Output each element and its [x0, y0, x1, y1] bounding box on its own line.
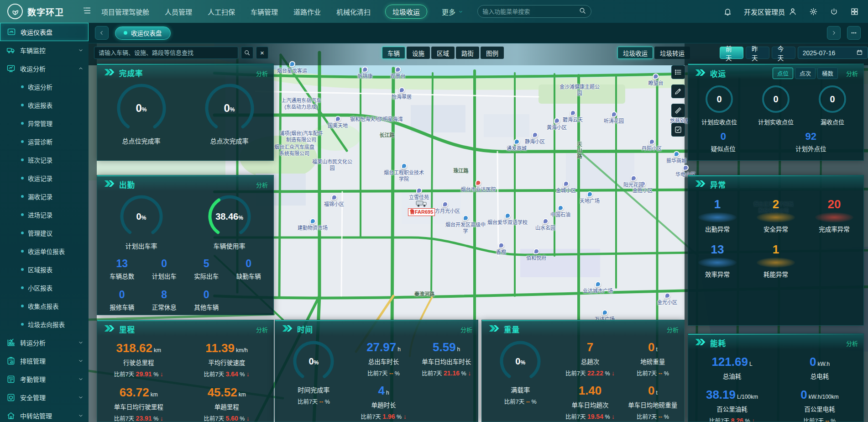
metric-总电耗: 0kW.h总电耗 [776, 355, 863, 380]
nav-item-项目管理驾驶舱[interactable]: 项目管理驾驶舱 [100, 5, 150, 18]
map-mode-button-垃圾转运[interactable]: 垃圾转运 [654, 47, 690, 59]
nav-item-车辆管理[interactable]: 车辆管理 [250, 5, 279, 18]
metric-value: 45.52 [208, 385, 237, 400]
close-icon: × [260, 49, 264, 57]
map-tool-checkbox-icon[interactable] [671, 123, 685, 137]
map-tool-pencil-icon[interactable] [671, 84, 685, 98]
sidebar-subitem-异常管理[interactable]: 异常管理 [0, 114, 89, 132]
extra-疑似点位: 0疑似点位 [688, 131, 758, 153]
chevron-down-icon [78, 47, 84, 53]
map-layer-button-路街[interactable]: 路街 [456, 47, 479, 59]
date-button-昨天[interactable]: 昨天 [746, 47, 769, 59]
analysis-link[interactable]: 分析 [460, 325, 472, 334]
analysis-link[interactable]: 分析 [846, 69, 858, 78]
sidebar-subitem-管理建议[interactable]: 管理建议 [0, 224, 89, 242]
tab-active[interactable]: 收运仪表盘 [115, 26, 171, 40]
header-search[interactable] [477, 5, 591, 18]
apps-grid-icon[interactable] [850, 7, 859, 16]
collection-tab-点位[interactable]: 点位 [773, 68, 793, 79]
tab-more-button[interactable] [847, 26, 861, 40]
metric-label: 单趟里程 [214, 402, 239, 411]
sidebar-item-考勤管理[interactable]: 考勤管理 [0, 370, 89, 388]
stat-label: 计划出车 [152, 271, 177, 280]
tab-forward-button[interactable] [827, 26, 841, 40]
date-button-今天[interactable]: 今天 [772, 47, 795, 59]
trend-down-arrow-icon: ↓ [468, 369, 471, 377]
gear-icon[interactable] [809, 7, 818, 16]
vehicle-marker[interactable]: 鲁FAR695 [408, 199, 435, 216]
analysis-link[interactable]: 分析 [256, 180, 268, 189]
menu-icon[interactable] [82, 5, 92, 17]
sidebar-subitem-收集点报表[interactable]: 收集点报表 [0, 297, 89, 315]
sidebar-subitem-进场记录[interactable]: 进场记录 [0, 206, 89, 224]
sidebar-subitem-收运报表[interactable]: 收运报表 [0, 96, 89, 114]
sidebar-item-转运分析[interactable]: 转运分析 [0, 333, 89, 352]
nav-item-人员管理[interactable]: 人员管理 [164, 5, 193, 18]
nav-item-道路作业[interactable]: 道路作业 [293, 5, 322, 18]
sidebar-item-收运分析[interactable]: 收运分析 [0, 59, 89, 78]
map-tool-layers-icon[interactable] [671, 65, 685, 79]
bell-icon[interactable] [723, 7, 732, 16]
analysis-link[interactable]: 分析 [846, 339, 858, 348]
map-layer-button-区域[interactable]: 区域 [431, 47, 455, 59]
header-search-input[interactable] [482, 8, 579, 15]
nav-item-更多[interactable]: 更多 [441, 5, 465, 18]
sidebar-subitem-区域报表[interactable]: 区域报表 [0, 260, 89, 279]
metric-总出车时长: 27.97h总出车时长比前7天 -- % [352, 340, 415, 377]
metric-value: 11.39 [205, 341, 235, 355]
tab-bar: 收运仪表盘 [89, 23, 868, 43]
sidebar-subitem-漏收记录[interactable]: 漏收记录 [0, 187, 89, 206]
header-search-icon[interactable] [579, 7, 586, 16]
sidebar-subitem-运营诊断[interactable]: 运营诊断 [0, 132, 89, 151]
metric-unit: km [151, 391, 158, 398]
panel-weight: 重量 分析 0%满载率比前7天 -- %7总趟次比前7天 22.22 % ↓0t… [481, 320, 685, 422]
metric-label: 单车日均出车时长 [422, 357, 471, 366]
gauge-label: 时间完成率 [298, 385, 329, 394]
collection-tab-点次[interactable]: 点次 [795, 68, 816, 79]
metric-unit: km [239, 391, 246, 398]
date-button-前天[interactable]: 前天 [720, 47, 743, 59]
nav-item-机械化清扫[interactable]: 机械化清扫 [335, 5, 371, 18]
stat-正常休息: 8正常休息 [143, 289, 186, 311]
sidebar-item-中转站管理[interactable]: 中转站管理 [0, 406, 89, 422]
analysis-link[interactable]: 分析 [256, 69, 268, 78]
sidebar-item-排班管理[interactable]: 排班管理 [0, 352, 89, 370]
analysis-link[interactable]: 分析 [667, 325, 679, 334]
map-layer-button-设施[interactable]: 设施 [407, 47, 430, 59]
nav-item-人工扫保[interactable]: 人工扫保 [207, 5, 236, 18]
analysis-link[interactable]: 分析 [256, 325, 268, 334]
trend-down-arrow-icon: ↓ [246, 370, 250, 378]
map[interactable]: 烟台星龙客运帆锦康观景台瞭望台怡海翠居金沙滩健康主题公园碧海云天听涛花园悠慈别墅… [89, 43, 868, 422]
abnormal-value: 20 [828, 197, 841, 211]
metric-trend: 比前7天 22.22 % ↓ [565, 369, 615, 377]
sidebar-subitem-班次记录[interactable]: 班次记录 [0, 151, 89, 169]
sidebar-subitem-小区报表[interactable]: 小区报表 [0, 279, 89, 297]
sidebar-subitem-收运记录[interactable]: 收运记录 [0, 169, 89, 187]
tab-dot-icon [124, 31, 127, 35]
metric-label: 总趟次 [581, 357, 600, 366]
sidebar-item-车辆监控[interactable]: 车辆监控 [0, 41, 89, 59]
sidebar-subitem-收运分析[interactable]: 收运分析 [0, 78, 89, 96]
sidebar-subitem-垃圾去向报表[interactable]: 垃圾去向报表 [0, 315, 89, 333]
sidebar-subitem-收运单位报表[interactable]: 收运单位报表 [0, 242, 89, 260]
map-tool-ruler-icon[interactable] [671, 104, 685, 117]
double-chevron-icon [104, 69, 115, 76]
collection-tab-桶数[interactable]: 桶数 [817, 68, 838, 79]
power-icon[interactable] [830, 7, 838, 16]
sidebar-item-收运仪表盘[interactable]: 收运仪表盘 [0, 23, 89, 41]
metric-value: 4 [378, 384, 384, 398]
date-picker[interactable]: 2025-07-16 [798, 47, 868, 59]
tab-back-button[interactable] [95, 26, 109, 40]
map-mode-button-垃圾收运[interactable]: 垃圾收运 [617, 47, 653, 59]
user-menu[interactable]: 开发区管理员 [744, 7, 797, 16]
map-search-button[interactable] [241, 47, 253, 59]
panel-chevron-icon [104, 69, 115, 78]
nav-item-垃圾收运[interactable]: 垃圾收运 [385, 5, 427, 19]
map-layer-button-车辆[interactable]: 车辆 [382, 47, 405, 59]
map-search-input[interactable] [94, 47, 238, 59]
map-search-clear-button[interactable]: × [256, 47, 268, 59]
metric-trend: 比前7天 8.26 % ↓ [709, 416, 755, 422]
sidebar-item-安全管理[interactable]: 安全管理 [0, 388, 89, 406]
map-layer-button-图例[interactable]: 图例 [481, 47, 504, 59]
abnormal-安全异常: 2安全异常 [747, 197, 805, 233]
